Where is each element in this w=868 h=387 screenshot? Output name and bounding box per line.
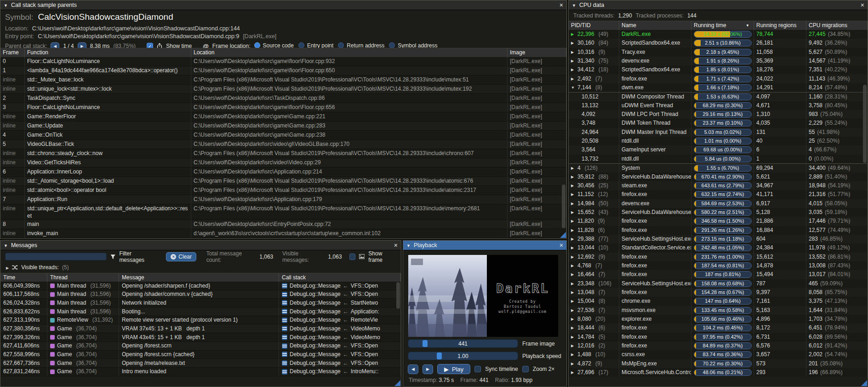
collapse-icon[interactable] — [4, 242, 8, 248]
message-row[interactable]: 627,399,326nsGame(36,704)VRAM 43x45: 15 … — [0, 333, 401, 342]
callstack-scrollbar-thumb[interactable] — [562, 185, 565, 228]
tree-collapsed-icon[interactable]: ▶ — [571, 30, 575, 39]
cpu-process-row[interactable]: 13,132uDWM Event Thread68.29 ms (0.30%)4… — [569, 101, 868, 110]
expand-icon[interactable] — [6, 264, 9, 271]
tree-collapsed-icon[interactable]: ▶ — [571, 65, 575, 74]
cpu-process-row[interactable]: ▶12,692(9)firefox.exe231.76 ms (1.00%)15… — [569, 253, 868, 261]
message-row[interactable]: 627,411,606nsGame(36,704)Opening /forest… — [0, 342, 401, 351]
callstack-cell[interactable]: DebugLog::Message←VideoMemo — [279, 324, 401, 333]
cpu-process-row[interactable]: ▶35,812(88)ServiceHub.DataWarehouseHost.… — [569, 173, 868, 181]
cpu-process-row[interactable]: 13,732ntdll.dll5.84 us (0.00%)10(0.00%) — [569, 155, 868, 163]
col-name[interactable]: Name — [619, 21, 691, 30]
cpu-process-row[interactable]: ▶8,080(20)explorer.exe105.66 ms (0.46%)4… — [569, 315, 868, 323]
collapse-icon[interactable] — [4, 2, 8, 8]
cpu-process-row[interactable]: ▶11,820(9)firefox.exe346.58 ms (1.50%)21… — [569, 217, 868, 225]
cpu-resize-grip[interactable] — [861, 380, 867, 386]
cpu-process-row[interactable]: ▶29,388(77)ServiceHub.SettingsHost.exe27… — [569, 235, 868, 243]
tree-collapsed-icon[interactable]: ▶ — [571, 75, 575, 83]
cpu-process-row[interactable]: ▶12,016(2)firefox.exe84.89 ms (0.37%)6,5… — [569, 341, 868, 350]
cpu-process-row[interactable]: 4,092DWM LPC Port Thread29.16 ms (0.13%)… — [569, 110, 868, 119]
tree-collapsed-icon[interactable]: ▶ — [571, 341, 575, 350]
sync-timeline-checkbox[interactable] — [474, 366, 481, 372]
close-icon[interactable]: × — [560, 2, 563, 8]
callstack-row[interactable]: 2TaskDispatch::SyncC:\Users\wolf\Desktop… — [0, 94, 566, 103]
frame-image-slider[interactable]: 441 — [408, 339, 518, 348]
cpu-process-row[interactable]: ▶10,316(9)Tracy.exe2.18 s (9.45%)11,0585… — [569, 48, 868, 57]
callstack-row[interactable]: inlineGame::RenderFloorC:\Users\wolf\Des… — [0, 112, 566, 121]
tree-collapsed-icon[interactable]: ▶ — [571, 164, 575, 172]
callstack-row[interactable]: inlinestd::_Mutex_base::lockC:\Program F… — [0, 75, 566, 85]
show-frame-checkbox[interactable] — [349, 254, 355, 260]
tree-collapsed-icon[interactable]: ▶ — [571, 323, 575, 332]
cpu-process-row[interactable]: ▶22,396(49)DarkRL.exe14.33 s (62.06%)78,… — [569, 30, 868, 39]
callstack-cell[interactable]: DebugLog::Message←VFS::Open — [279, 342, 401, 351]
callstack-row[interactable]: inlinestd::chrono::steady_clock::nowC:\P… — [0, 149, 566, 158]
message-row[interactable]: 606,117,568nsMain thread(31,596)Opening … — [0, 290, 401, 299]
next-frame-button[interactable]: ▶ — [423, 364, 433, 374]
message-row[interactable]: 627,380,356nsGame(36,704)VRAM 37x45: 13 … — [0, 324, 401, 333]
tree-collapsed-icon[interactable]: ▶ — [571, 243, 575, 252]
callstack-row[interactable]: 3Floor::CalcLightNoLuminanceC:\Users\wol… — [0, 103, 566, 112]
callstack-row[interactable]: inlineGame::UpdateC:\Users\wolf\Desktop\… — [0, 121, 566, 131]
tree-collapsed-icon[interactable]: ▶ — [571, 190, 575, 199]
cpu-process-row[interactable]: ▶27,536(7)msvsmon.exe133.45 ms (0.58%)5,… — [569, 306, 868, 315]
cpu-process-row[interactable]: ▶11,828(6)firefox.exe291.26 ms (1.26%)16… — [569, 226, 868, 235]
callstack-cell[interactable]: DebugLog::Message←VideoMemo — [279, 333, 401, 342]
callstack-row[interactable]: 0Floor::CalcLightNoLuminanceC:\Users\wol… — [0, 57, 566, 66]
tree-collapsed-icon[interactable]: ▶ — [571, 279, 575, 288]
message-row[interactable]: 626,024,328nsMain thread(31,596)Network … — [0, 299, 401, 307]
zoom-2x-checkbox[interactable] — [522, 366, 529, 372]
col-running-regions[interactable]: Running regions — [754, 21, 806, 30]
collapse-icon[interactable] — [406, 242, 411, 248]
tree-collapsed-icon[interactable]: ▶ — [571, 368, 575, 377]
close-icon[interactable]: × — [861, 2, 864, 8]
tree-collapsed-icon[interactable]: ▶ — [571, 359, 575, 368]
tree-collapsed-icon[interactable]: ▶ — [571, 208, 575, 217]
callstack-row[interactable]: inlinestd::unique_lock<std::mutex>::lock… — [0, 85, 566, 94]
tree-collapsed-icon[interactable]: ▶ — [571, 48, 575, 57]
tree-collapsed-icon[interactable]: ▶ — [571, 235, 575, 243]
cpu-process-row[interactable]: ▶15,004(8)chrome.exe147 ms (0.64%)7,1613… — [569, 297, 868, 306]
location-path[interactable]: C:\Users\wolf\Desktop\darkrl\src\game\vi… — [32, 25, 240, 32]
tree-collapsed-icon[interactable]: ▶ — [571, 57, 575, 65]
cpu-process-row[interactable]: ▶4,872(9)MsMpEng.exe70.22 ms (0.30%)5732… — [569, 359, 868, 368]
cpu-process-row[interactable]: ▶23,348(106)ServiceHub.SettingsHost.exe1… — [569, 279, 868, 288]
callstack-row[interactable]: inlineinvoke_maind:\agent\_work\63\s\src… — [0, 229, 566, 238]
callstack-row[interactable]: inlinestd::_Atomic_storage<bool,1>::load… — [0, 177, 566, 186]
cpu-process-row[interactable]: ▶15,652(43)ServiceHub.DataWarehouseHost.… — [569, 208, 868, 217]
cpu-process-row[interactable]: ▶11,152(12)firefox.exe632.15 ms (2.74%)4… — [569, 190, 868, 199]
tree-collapsed-icon[interactable]: ▶ — [571, 217, 575, 225]
tree-collapsed-icon[interactable]: ▶ — [571, 226, 575, 235]
tree-collapsed-icon[interactable]: ▶ — [571, 173, 575, 181]
callstack-row[interactable]: inlinestd::unique_ptr<Application,std::d… — [0, 204, 566, 220]
tree-collapsed-icon[interactable]: ▶ — [571, 199, 575, 208]
callstack-row[interactable]: 1<lambda_84a19dc444fae966ca174e83e708bdc… — [0, 66, 566, 75]
playback-speed-slider[interactable]: 1.00 — [408, 352, 518, 360]
callstack-resize-grip[interactable] — [560, 232, 566, 238]
callstack-row[interactable]: 5VideoGLBase::TickC:\Users\wolf\Desktop\… — [0, 140, 566, 149]
cpu-process-row[interactable]: 3,564GameInput server69.68 us (0.00%)64(… — [569, 145, 868, 154]
tree-collapsed-icon[interactable]: ▶ — [571, 297, 575, 306]
cpu-process-row[interactable]: ▶14,984(50)devenv.exe584.69 ms (2.53%)6,… — [569, 199, 868, 208]
cpu-process-row[interactable]: ▶13,048(7)firefox.exe154.28 ms (0.67%)9,… — [569, 288, 868, 297]
messages-resize-grip[interactable] — [394, 380, 400, 386]
callstack-row[interactable]: inlinestd::atomic<bool>::operator boolC:… — [0, 186, 566, 195]
messages-scrollbar-thumb[interactable] — [396, 282, 400, 309]
cpu-scrollbar-thumb[interactable] — [863, 85, 867, 163]
play-button[interactable]: ▶ Play — [437, 364, 470, 374]
col-cpu-migrations[interactable]: CPU migrations — [806, 21, 868, 30]
callstack-cell[interactable]: DebugLog::Message←VFS::Open — [279, 359, 401, 368]
message-row[interactable]: 626,833,622nsMain thread(31,596)Booting.… — [0, 307, 401, 316]
col-pid-tid[interactable]: PID/TID — [569, 21, 619, 30]
callstack-cell[interactable]: DebugLog::Message←Application: — [279, 307, 401, 316]
callstack-row[interactable]: inlineVideo::GetTicksHiResC:\Users\wolf\… — [0, 158, 566, 168]
message-row[interactable]: 627,667,736nsGame(36,704)Opening /meta/r… — [0, 359, 401, 368]
message-row[interactable]: 627,831,246nsGame(36,704)Intro menu load… — [0, 368, 401, 376]
prev-frame-button[interactable]: ◀ — [408, 364, 418, 374]
callstack-cell[interactable]: DebugLog::Message←VFS::Open — [279, 282, 401, 290]
tree-expanded-icon[interactable]: ▼ — [571, 83, 575, 92]
callstack-row[interactable]: 4Game::OnTickC:\Users\wolf\Desktop\darkr… — [0, 131, 566, 140]
cpu-process-row[interactable]: ▶27,696(17)Microsoft.ServiceHub.Controll… — [569, 368, 868, 377]
tree-collapsed-icon[interactable]: ▶ — [571, 288, 575, 297]
tree-collapsed-icon[interactable]: ▶ — [571, 306, 575, 315]
